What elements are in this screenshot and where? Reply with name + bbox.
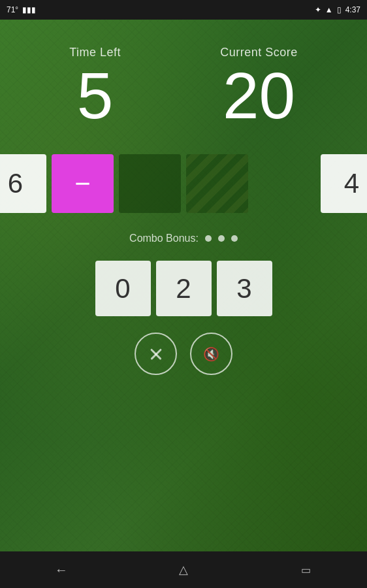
combo-dot-2 bbox=[218, 235, 225, 242]
nav-bar: ← △ ▭ bbox=[0, 551, 367, 588]
recent-icon: ▭ bbox=[301, 564, 311, 576]
sound-button[interactable]: 🔇 bbox=[190, 333, 232, 375]
answer-0[interactable]: 0 bbox=[95, 261, 151, 316]
home-icon: △ bbox=[179, 563, 188, 577]
bluetooth-icon: ✦ bbox=[315, 5, 321, 14]
home-button[interactable]: △ bbox=[164, 557, 203, 583]
control-area: 🔇 bbox=[135, 333, 232, 375]
temperature: 71° bbox=[7, 5, 18, 14]
time-left-value: 5 bbox=[77, 63, 114, 128]
answer-3[interactable]: 3 bbox=[217, 261, 272, 316]
card-6[interactable]: 6 bbox=[0, 154, 46, 213]
status-bar: 71° ▮▮▮ ✦ ▲ ▯ 4:37 bbox=[0, 0, 367, 20]
time-left-label: Time Left bbox=[69, 46, 121, 59]
back-button[interactable]: ← bbox=[42, 557, 81, 583]
answer-area: 0 2 3 bbox=[95, 261, 272, 316]
score-block: Current Score 20 bbox=[220, 46, 298, 128]
combo-area: Combo Bonus: bbox=[129, 233, 238, 244]
battery-icon: ▮▮▮ bbox=[22, 5, 36, 14]
status-right: ✦ ▲ ▯ 4:37 bbox=[315, 5, 360, 14]
card-striped[interactable] bbox=[186, 154, 248, 213]
battery-icon-right: ▯ bbox=[337, 5, 342, 14]
card-empty bbox=[253, 154, 315, 213]
answer-2[interactable]: 2 bbox=[156, 261, 212, 316]
sound-icon: 🔇 bbox=[203, 346, 219, 362]
recent-button[interactable]: ▭ bbox=[286, 557, 325, 583]
current-score-label: Current Score bbox=[220, 46, 298, 59]
score-area: Time Left 5 Current Score 20 bbox=[0, 20, 367, 135]
status-left: 71° ▮▮▮ bbox=[7, 5, 36, 14]
game-area: Time Left 5 Current Score 20 6 − 4 bbox=[0, 20, 367, 551]
current-score-value: 20 bbox=[223, 63, 295, 128]
wifi-icon: ▲ bbox=[325, 5, 333, 14]
combo-dot-3 bbox=[231, 235, 238, 242]
time-block: Time Left 5 bbox=[69, 46, 121, 128]
close-icon bbox=[147, 345, 165, 363]
card-4[interactable]: 4 bbox=[321, 154, 367, 213]
card-blank-1[interactable] bbox=[119, 154, 181, 213]
back-icon: ← bbox=[55, 563, 68, 578]
clock: 4:37 bbox=[345, 5, 360, 14]
close-button[interactable] bbox=[135, 333, 177, 375]
cards-row: 6 − 4 bbox=[0, 154, 367, 213]
combo-label: Combo Bonus: bbox=[129, 233, 199, 244]
app: 71° ▮▮▮ ✦ ▲ ▯ 4:37 Time Left 5 Current S… bbox=[0, 0, 367, 588]
card-minus[interactable]: − bbox=[52, 154, 114, 213]
combo-dot-1 bbox=[205, 235, 212, 242]
